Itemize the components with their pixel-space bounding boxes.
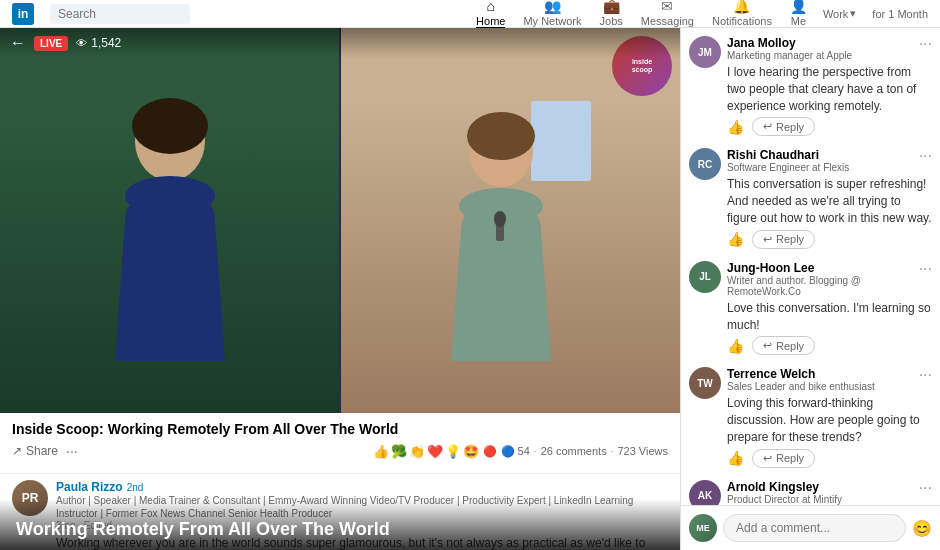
- comment-body-arnold: Arnold Kingsley Product Director at Mint…: [727, 480, 932, 505]
- comment-avatar-jana: JM: [689, 36, 721, 68]
- author-name[interactable]: Paula Rizzo: [56, 480, 123, 494]
- comment-role-arnold: Product Director at Mintify: [727, 494, 842, 505]
- heart-emoji: 🥦: [391, 444, 407, 459]
- video-title-overlay: Working Remotely From All Over The World: [0, 499, 680, 550]
- video-area: ← LIVE 👁 1,542 inside scoop: [0, 28, 680, 550]
- curious-emoji: 🤩: [463, 444, 479, 459]
- video-left-panel: [0, 28, 339, 413]
- reply-button-junghoon[interactable]: ↩ Reply: [752, 336, 815, 355]
- svg-rect-3: [531, 101, 591, 181]
- post-title: Inside Scoop: Working Remotely From All …: [12, 421, 668, 437]
- post-actions: ↗ Share ··· 👍 🥦 👏 ❤️ 💡 🤩 🔴 🔵: [12, 443, 668, 459]
- comment-avatar-junghoon: JL: [689, 261, 721, 293]
- like-emoji: 👍: [373, 444, 389, 459]
- comment-more-rishi[interactable]: ···: [919, 148, 932, 164]
- comments-list: JM Jana Molloy Marketing manager at Appl…: [681, 28, 940, 505]
- like-button-terrence[interactable]: 👍: [727, 450, 744, 466]
- post-info: Inside Scoop: Working Remotely From All …: [0, 413, 680, 473]
- back-button[interactable]: ←: [10, 34, 26, 52]
- comment-actions-rishi: 👍 ↩ Reply: [727, 230, 932, 249]
- reaction-emojis: 👍 🥦 👏 ❤️ 💡 🤩: [373, 444, 479, 459]
- search-input[interactable]: [50, 4, 190, 24]
- nav-home[interactable]: ⌂ Home: [476, 0, 505, 29]
- comment-name-junghoon[interactable]: Jung-Hoon Lee: [727, 261, 919, 275]
- nav-me[interactable]: 👤 Me: [790, 0, 807, 29]
- reaction-area: 👍 🥦 👏 ❤️ 💡 🤩 🔴 🔵 54 · 26 comments: [373, 444, 668, 459]
- comments-panel: JM Jana Molloy Marketing manager at Appl…: [680, 28, 940, 550]
- comment-name-rishi[interactable]: Rishi Chaudhari: [727, 148, 849, 162]
- video-title-text: Working Remotely From All Over The World: [16, 519, 664, 540]
- comment-input[interactable]: [723, 514, 906, 542]
- home-icon: ⌂: [487, 0, 495, 14]
- comment-more-junghoon[interactable]: ···: [919, 261, 932, 277]
- reply-button-jana[interactable]: ↩ Reply: [752, 117, 815, 136]
- main-content: ← LIVE 👁 1,542 inside scoop: [0, 28, 940, 550]
- like-button-rishi[interactable]: 👍: [727, 231, 744, 247]
- comment-header-junghoon: Jung-Hoon Lee Writer and author. Bloggin…: [727, 261, 932, 297]
- comment-header-arnold: Arnold Kingsley Product Director at Mint…: [727, 480, 932, 505]
- like-button-junghoon[interactable]: 👍: [727, 338, 744, 354]
- video-content: [0, 28, 680, 413]
- nav-links: ⌂ Home 👥 My Network 💼 Jobs ✉ Messaging 🔔…: [476, 0, 807, 29]
- comment-avatar-terrence: TW: [689, 367, 721, 399]
- reply-icon-terrence: ↩: [763, 452, 772, 465]
- live-badge: LIVE: [34, 36, 68, 51]
- reaction-count: 🔴 🔵 54: [483, 445, 529, 458]
- messaging-icon: ✉: [661, 0, 673, 14]
- me-icon: 👤: [790, 0, 807, 14]
- comment-header-rishi: Rishi Chaudhari Software Engineer at Fle…: [727, 148, 932, 173]
- emoji-button[interactable]: 😊: [912, 519, 932, 538]
- like-button-jana[interactable]: 👍: [727, 119, 744, 135]
- comment-body-rishi: Rishi Chaudhari Software Engineer at Fle…: [727, 148, 932, 248]
- share-icon: ↗: [12, 444, 22, 458]
- nav-trial: for 1 Month: [872, 8, 928, 20]
- comment-more-terrence[interactable]: ···: [919, 367, 932, 383]
- comment-role-terrence: Sales Leader and bike enthusiast: [727, 381, 875, 392]
- connection-badge: 2nd: [127, 482, 144, 493]
- comment-text-jana: I love hearing the perspective from two …: [727, 64, 932, 114]
- person-right-silhouette: [411, 81, 611, 361]
- more-button[interactable]: ···: [66, 443, 78, 459]
- nav-work[interactable]: Work ▾: [823, 7, 856, 20]
- comment-more-jana[interactable]: ···: [919, 36, 932, 52]
- reply-icon-junghoon: ↩: [763, 339, 772, 352]
- comment-actions-junghoon: 👍 ↩ Reply: [727, 336, 932, 355]
- top-navigation: in ⌂ Home 👥 My Network 💼 Jobs ✉ Messagin…: [0, 0, 940, 28]
- comment-header-jana: Jana Molloy Marketing manager at Apple ·…: [727, 36, 932, 61]
- my-avatar: ME: [689, 514, 717, 542]
- svg-point-2: [125, 176, 215, 216]
- insightful-emoji: 💡: [445, 444, 461, 459]
- comment-item-rishi: RC Rishi Chaudhari Software Engineer at …: [689, 148, 932, 248]
- comment-body-junghoon: Jung-Hoon Lee Writer and author. Bloggin…: [727, 261, 932, 356]
- reply-icon-rishi: ↩: [763, 233, 772, 246]
- comment-avatar-rishi: RC: [689, 148, 721, 180]
- comment-actions-terrence: 👍 ↩ Reply: [727, 449, 932, 468]
- comment-name-terrence[interactable]: Terrence Welch: [727, 367, 875, 381]
- comments-count[interactable]: 26 comments: [541, 445, 607, 457]
- comment-text-junghoon: Love this conversation. I'm learning so …: [727, 300, 932, 334]
- person-left-silhouette: [70, 81, 270, 361]
- nav-network[interactable]: 👥 My Network: [523, 0, 581, 29]
- share-button[interactable]: ↗ Share: [12, 444, 58, 458]
- nav-notifications[interactable]: 🔔 Notifications: [712, 0, 772, 29]
- comment-input-area: ME 😊: [681, 505, 940, 550]
- comment-item-terrence: TW Terrence Welch Sales Leader and bike …: [689, 367, 932, 467]
- linkedin-logo: in: [12, 3, 34, 25]
- comment-item-arnold: AK Arnold Kingsley Product Director at M…: [689, 480, 932, 505]
- viewer-count: 👁 1,542: [76, 36, 121, 50]
- nav-jobs[interactable]: 💼 Jobs: [600, 0, 623, 29]
- svg-point-1: [132, 98, 208, 154]
- comment-text-rishi: This conversation is super refreshing! A…: [727, 176, 932, 226]
- notifications-icon: 🔔: [733, 0, 750, 14]
- comment-avatar-arnold: AK: [689, 480, 721, 505]
- comment-name-arnold[interactable]: Arnold Kingsley: [727, 480, 842, 494]
- comment-item-jana: JM Jana Molloy Marketing manager at Appl…: [689, 36, 932, 136]
- reply-button-rishi[interactable]: ↩ Reply: [752, 230, 815, 249]
- nav-messaging[interactable]: ✉ Messaging: [641, 0, 694, 29]
- live-bar: ← LIVE 👁 1,542: [0, 28, 680, 58]
- jobs-icon: 💼: [603, 0, 620, 14]
- comment-name-jana[interactable]: Jana Molloy: [727, 36, 852, 50]
- comment-more-arnold[interactable]: ···: [919, 480, 932, 496]
- reply-button-terrence[interactable]: ↩ Reply: [752, 449, 815, 468]
- svg-point-5: [467, 112, 535, 160]
